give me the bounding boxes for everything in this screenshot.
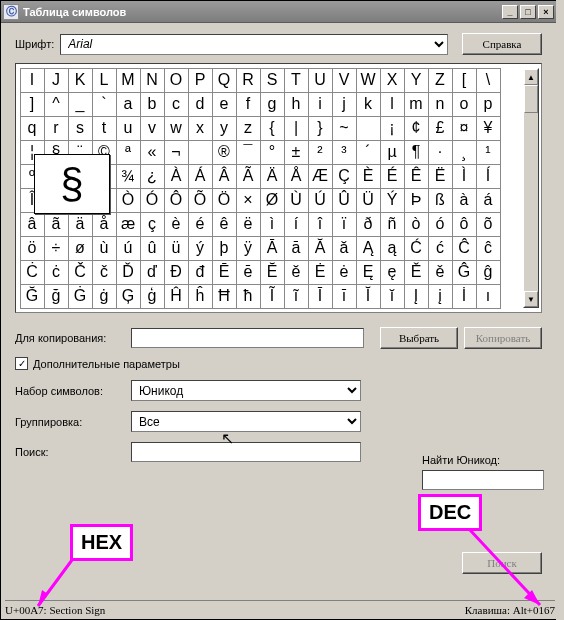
annotation-arrows bbox=[0, 0, 564, 620]
